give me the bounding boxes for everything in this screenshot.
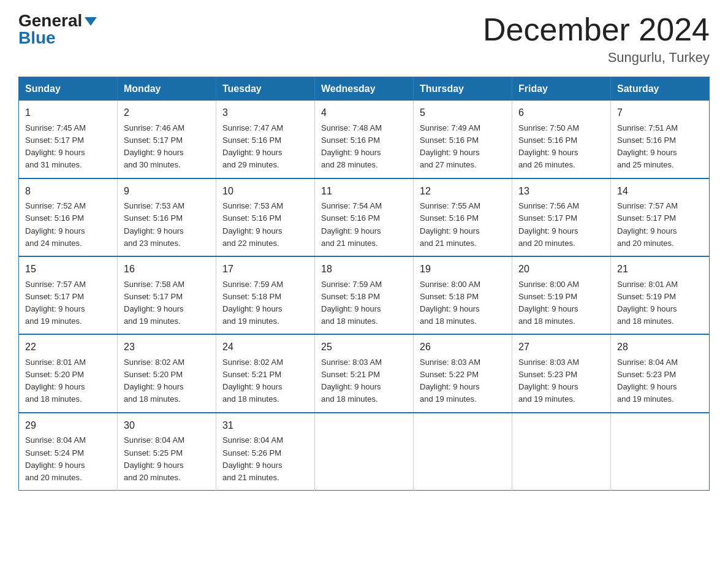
day-info: Sunrise: 7:54 AMSunset: 5:16 PMDaylight:…: [321, 200, 407, 250]
day-number: 5: [420, 105, 506, 121]
day-cell: [414, 413, 512, 491]
day-number: 11: [321, 184, 407, 199]
calendar-body: 1Sunrise: 7:45 AMSunset: 5:17 PMDaylight…: [19, 101, 710, 490]
day-info: Sunrise: 8:04 AMSunset: 5:26 PMDaylight:…: [222, 434, 308, 484]
day-info: Sunrise: 8:02 AMSunset: 5:21 PMDaylight:…: [222, 356, 308, 406]
day-info: Sunrise: 7:55 AMSunset: 5:16 PMDaylight:…: [420, 200, 506, 250]
day-info: Sunrise: 7:59 AMSunset: 5:18 PMDaylight:…: [222, 278, 308, 328]
day-cell: 15Sunrise: 7:57 AMSunset: 5:17 PMDayligh…: [19, 256, 118, 334]
day-number: 14: [617, 184, 703, 199]
day-cell: 6Sunrise: 7:50 AMSunset: 5:16 PMDaylight…: [512, 101, 611, 178]
day-info: Sunrise: 7:52 AMSunset: 5:16 PMDaylight:…: [25, 200, 111, 250]
day-number: 19: [420, 262, 506, 277]
day-cell: 16Sunrise: 7:58 AMSunset: 5:17 PMDayligh…: [118, 256, 216, 334]
day-cell: 26Sunrise: 8:03 AMSunset: 5:22 PMDayligh…: [414, 334, 512, 412]
day-info: Sunrise: 8:00 AMSunset: 5:19 PMDaylight:…: [518, 278, 604, 328]
day-info: Sunrise: 8:04 AMSunset: 5:24 PMDaylight:…: [25, 434, 111, 484]
day-info: Sunrise: 7:50 AMSunset: 5:16 PMDaylight:…: [518, 122, 604, 172]
day-number: 7: [617, 105, 703, 121]
day-info: Sunrise: 8:02 AMSunset: 5:20 PMDaylight:…: [124, 356, 210, 406]
day-cell: 7Sunrise: 7:51 AMSunset: 5:16 PMDaylight…: [611, 101, 710, 178]
day-info: Sunrise: 8:01 AMSunset: 5:19 PMDaylight:…: [617, 278, 703, 328]
day-info: Sunrise: 8:03 AMSunset: 5:21 PMDaylight:…: [321, 356, 407, 406]
day-info: Sunrise: 7:59 AMSunset: 5:18 PMDaylight:…: [321, 278, 407, 328]
day-info: Sunrise: 7:46 AMSunset: 5:17 PMDaylight:…: [124, 122, 210, 172]
day-cell: 21Sunrise: 8:01 AMSunset: 5:19 PMDayligh…: [611, 256, 710, 334]
logo-triangle-icon: [85, 17, 97, 26]
header-cell-wednesday: Wednesday: [315, 77, 414, 101]
day-info: Sunrise: 7:57 AMSunset: 5:17 PMDaylight:…: [25, 278, 111, 328]
week-row-2: 8Sunrise: 7:52 AMSunset: 5:16 PMDaylight…: [19, 178, 710, 256]
week-row-3: 15Sunrise: 7:57 AMSunset: 5:17 PMDayligh…: [19, 256, 710, 334]
week-row-1: 1Sunrise: 7:45 AMSunset: 5:17 PMDaylight…: [19, 101, 710, 178]
day-cell: 29Sunrise: 8:04 AMSunset: 5:24 PMDayligh…: [19, 413, 118, 491]
day-number: 16: [124, 262, 210, 277]
page-header: General Blue December 2024 Sungurlu, Tur…: [18, 12, 710, 66]
day-cell: 13Sunrise: 7:56 AMSunset: 5:17 PMDayligh…: [512, 178, 611, 256]
day-cell: 20Sunrise: 8:00 AMSunset: 5:19 PMDayligh…: [512, 256, 611, 334]
day-number: 13: [518, 184, 604, 199]
day-number: 15: [25, 262, 111, 277]
day-cell: 24Sunrise: 8:02 AMSunset: 5:21 PMDayligh…: [216, 334, 315, 412]
header-cell-friday: Friday: [512, 77, 611, 101]
day-cell: 14Sunrise: 7:57 AMSunset: 5:17 PMDayligh…: [611, 178, 710, 256]
day-cell: 11Sunrise: 7:54 AMSunset: 5:16 PMDayligh…: [315, 178, 414, 256]
day-number: 27: [518, 340, 604, 355]
day-number: 12: [420, 184, 506, 199]
day-cell: 27Sunrise: 8:03 AMSunset: 5:23 PMDayligh…: [512, 334, 611, 412]
day-cell: 8Sunrise: 7:52 AMSunset: 5:16 PMDaylight…: [19, 178, 118, 256]
location-subtitle: Sungurlu, Turkey: [483, 50, 710, 66]
day-number: 10: [222, 184, 308, 199]
day-info: Sunrise: 7:53 AMSunset: 5:16 PMDaylight:…: [124, 200, 210, 250]
calendar-header: SundayMondayTuesdayWednesdayThursdayFrid…: [19, 77, 710, 101]
day-cell: 25Sunrise: 8:03 AMSunset: 5:21 PMDayligh…: [315, 334, 414, 412]
day-cell: 23Sunrise: 8:02 AMSunset: 5:20 PMDayligh…: [118, 334, 216, 412]
day-cell: [611, 413, 710, 491]
day-number: 23: [124, 340, 210, 355]
day-number: 9: [124, 184, 210, 199]
day-number: 2: [124, 105, 210, 121]
day-cell: [512, 413, 611, 491]
day-info: Sunrise: 8:04 AMSunset: 5:25 PMDaylight:…: [124, 434, 210, 484]
day-cell: 4Sunrise: 7:48 AMSunset: 5:16 PMDaylight…: [315, 101, 414, 178]
day-number: 1: [25, 105, 111, 121]
title-area: December 2024 Sungurlu, Turkey: [483, 12, 710, 66]
header-cell-monday: Monday: [118, 77, 216, 101]
day-info: Sunrise: 8:03 AMSunset: 5:22 PMDaylight:…: [420, 356, 506, 406]
calendar-table: SundayMondayTuesdayWednesdayThursdayFrid…: [18, 77, 710, 491]
day-cell: 22Sunrise: 8:01 AMSunset: 5:20 PMDayligh…: [19, 334, 118, 412]
day-number: 6: [518, 105, 604, 121]
day-cell: 30Sunrise: 8:04 AMSunset: 5:25 PMDayligh…: [118, 413, 216, 491]
logo-blue-text: Blue: [18, 29, 56, 47]
day-info: Sunrise: 8:03 AMSunset: 5:23 PMDaylight:…: [518, 356, 604, 406]
day-number: 30: [124, 418, 210, 434]
month-title: December 2024: [483, 12, 710, 47]
day-info: Sunrise: 7:45 AMSunset: 5:17 PMDaylight:…: [25, 122, 111, 172]
logo-general-text: General: [18, 11, 82, 30]
day-number: 31: [222, 418, 308, 434]
day-cell: 2Sunrise: 7:46 AMSunset: 5:17 PMDaylight…: [118, 101, 216, 178]
day-number: 17: [222, 262, 308, 277]
logo-general-line: General: [18, 12, 97, 29]
day-info: Sunrise: 7:47 AMSunset: 5:16 PMDaylight:…: [222, 122, 308, 172]
day-cell: 3Sunrise: 7:47 AMSunset: 5:16 PMDaylight…: [216, 101, 315, 178]
day-cell: 9Sunrise: 7:53 AMSunset: 5:16 PMDaylight…: [118, 178, 216, 256]
day-number: 28: [617, 340, 703, 355]
header-cell-tuesday: Tuesday: [216, 77, 315, 101]
day-number: 24: [222, 340, 308, 355]
day-info: Sunrise: 7:56 AMSunset: 5:17 PMDaylight:…: [518, 200, 604, 250]
day-number: 22: [25, 340, 111, 355]
day-info: Sunrise: 7:57 AMSunset: 5:17 PMDaylight:…: [617, 200, 703, 250]
day-info: Sunrise: 7:49 AMSunset: 5:16 PMDaylight:…: [420, 122, 506, 172]
header-row: SundayMondayTuesdayWednesdayThursdayFrid…: [19, 77, 710, 101]
day-cell: 10Sunrise: 7:53 AMSunset: 5:16 PMDayligh…: [216, 178, 315, 256]
day-cell: [315, 413, 414, 491]
week-row-5: 29Sunrise: 8:04 AMSunset: 5:24 PMDayligh…: [19, 413, 710, 491]
day-cell: 5Sunrise: 7:49 AMSunset: 5:16 PMDaylight…: [414, 101, 512, 178]
day-number: 8: [25, 184, 111, 199]
day-cell: 1Sunrise: 7:45 AMSunset: 5:17 PMDaylight…: [19, 101, 118, 178]
day-number: 29: [25, 418, 111, 434]
day-info: Sunrise: 8:00 AMSunset: 5:18 PMDaylight:…: [420, 278, 506, 328]
day-number: 21: [617, 262, 703, 277]
day-cell: 31Sunrise: 8:04 AMSunset: 5:26 PMDayligh…: [216, 413, 315, 491]
